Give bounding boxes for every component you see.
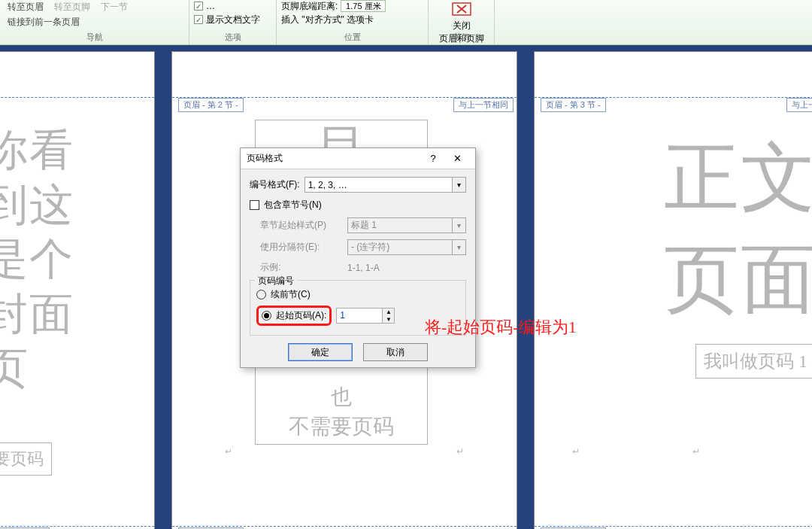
- show-doc-text-label: 显示文档文字: [206, 14, 260, 26]
- continue-radio[interactable]: [256, 290, 266, 299]
- start-at-label: 起始页码(A):: [276, 309, 326, 322]
- next-section-button[interactable]: 下一节: [96, 0, 132, 15]
- page2-center-mid: 也: [259, 382, 424, 412]
- ok-button[interactable]: 确定: [288, 343, 353, 361]
- ribbon-group-label: 选项: [189, 32, 276, 43]
- close-icon: [452, 2, 471, 16]
- annotation-text: 将-起始页码-编辑为1: [425, 316, 577, 339]
- ribbon-group-label: 关闭: [429, 32, 494, 43]
- spin-up-icon[interactable]: ▲: [383, 309, 394, 316]
- paragraph-mark-icon: ↵: [572, 446, 580, 457]
- group-legend: 页码编号: [255, 275, 297, 287]
- chapter-style-label: 章节起始样式(P): [260, 219, 343, 232]
- example-value: 1-1, 1-A: [347, 263, 380, 273]
- header-tag: 页眉 - 第 3 节 -: [541, 98, 606, 112]
- paragraph-mark-icon: ↵: [456, 446, 464, 457]
- start-at-highlight: 起始页码(A):: [256, 306, 332, 326]
- page1-body-text: 你看 到这 是个 封面 页: [0, 123, 74, 397]
- ribbon: 转至页眉 转至页脚 下一节 链接到前一条页眉 导航 ✓… ✓显示文档文字 选项 …: [0, 0, 812, 45]
- insert-align-tab-button[interactable]: 插入 "对齐方式" 选项卡: [281, 14, 374, 26]
- page3-body-text: 正文 页面: [664, 127, 812, 330]
- start-at-radio[interactable]: [262, 311, 271, 321]
- chevron-down-icon: ▾: [452, 178, 465, 192]
- footer-distance-label: 页脚底端距离:: [281, 0, 338, 13]
- chapter-style-combo: 标题 1 ▾: [347, 217, 466, 233]
- ribbon-group-label: 位置: [277, 32, 428, 43]
- ribbon-group-position: 页脚底端距离:1.75 厘米 插入 "对齐方式" 选项卡 位置: [277, 0, 429, 44]
- page1-footer-box: 需要页码: [0, 442, 52, 476]
- page2-center-bot: 不需要页码: [259, 412, 424, 441]
- chapter-style-value: 标题 1: [351, 219, 377, 232]
- same-as-previous-tag: 与上一: [786, 98, 812, 112]
- continue-label: 续前节(C): [271, 288, 311, 301]
- example-label: 示例:: [260, 261, 343, 274]
- goto-header-button[interactable]: 转至页眉: [3, 0, 48, 15]
- include-chapter-label: 包含章节号(N): [264, 199, 322, 211]
- ribbon-group-nav: 转至页眉 转至页脚 下一节 链接到前一条页眉 导航: [0, 0, 189, 44]
- close-button[interactable]: ✕: [445, 150, 469, 167]
- ribbon-group-options: ✓… ✓显示文档文字 选项: [189, 0, 277, 44]
- checkbox-icon[interactable]: ✓: [194, 2, 203, 11]
- footer-distance-input[interactable]: 1.75 厘米: [341, 0, 386, 12]
- start-at-value: 1: [337, 309, 382, 323]
- help-button[interactable]: ?: [421, 150, 445, 167]
- cancel-button[interactable]: 取消: [363, 343, 428, 361]
- link-to-previous-button[interactable]: 链接到前一条页眉: [3, 14, 84, 30]
- separator-value: - (连字符): [351, 241, 389, 254]
- same-as-previous-tag: 与上一节相同: [453, 98, 514, 112]
- checkbox-show-doc-text[interactable]: ✓: [194, 15, 203, 24]
- paragraph-mark-icon: ↵: [225, 446, 232, 457]
- dialog-title: 页码格式: [247, 152, 421, 165]
- chevron-down-icon: ▾: [452, 240, 465, 254]
- page3-number-box: 我叫做页码 1: [695, 344, 812, 379]
- include-chapter-checkbox[interactable]: [250, 200, 259, 210]
- separator-combo: - (连字符) ▾: [347, 239, 466, 255]
- number-format-value: 1, 2, 3, …: [308, 180, 347, 190]
- start-at-spinbox[interactable]: 1 ▲▼: [336, 308, 395, 324]
- ribbon-group-label: 导航: [0, 32, 189, 43]
- separator-label: 使用分隔符(E):: [260, 241, 343, 254]
- spin-down-icon[interactable]: ▼: [383, 316, 394, 324]
- chevron-down-icon: ▾: [452, 218, 465, 233]
- header-tag: 页眉 - 第 2 节 -: [178, 98, 244, 112]
- page-1: 你看 到这 是个 封面 页 需要页码 页脚 - 第 2 节 -: [0, 51, 155, 529]
- number-format-label: 编号格式(F):: [250, 178, 300, 191]
- goto-footer-button[interactable]: 转至页脚: [50, 0, 95, 15]
- page-3: 页眉 - 第 3 节 - 与上一 正文 页面 我叫做页码 1 页脚 - 第 3 …: [534, 51, 812, 529]
- paragraph-mark-icon: ↵: [692, 446, 700, 457]
- number-format-combo[interactable]: 1, 2, 3, … ▾: [304, 177, 466, 193]
- ribbon-group-close: 关闭 页眉和页脚 关闭: [429, 0, 495, 44]
- option-label: …: [206, 1, 215, 11]
